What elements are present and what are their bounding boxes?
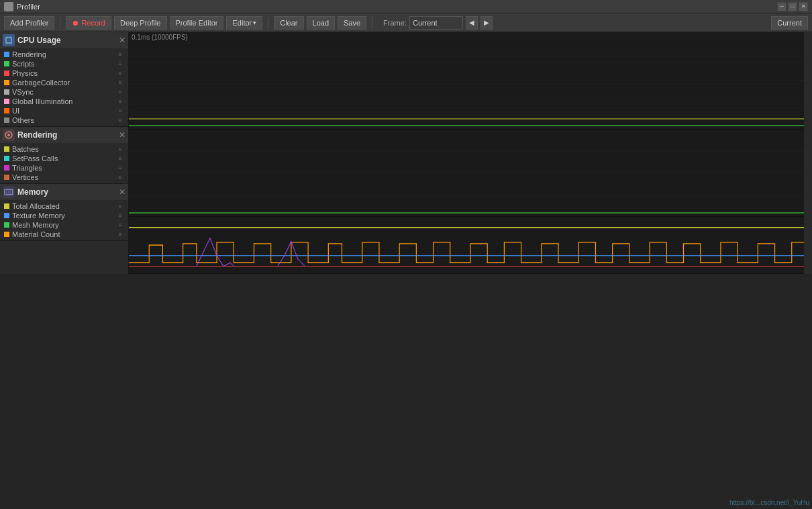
list-item: Global Illumination ≡ <box>3 97 125 106</box>
title-bar-controls: ─ □ ✕ <box>777 2 808 11</box>
list-item: Triangles ≡ <box>3 163 125 173</box>
others-label: Others <box>12 116 113 124</box>
memory-icon <box>3 186 15 198</box>
gi-menu[interactable]: ≡ <box>116 97 124 105</box>
left-panel: CPU Usage ✕ Rendering ≡ Scripts ≡ Physic… <box>0 32 129 274</box>
others-menu[interactable]: ≡ <box>116 116 124 124</box>
list-item: UI ≡ <box>3 106 125 115</box>
memory-section-header[interactable]: Memory ✕ <box>0 184 128 200</box>
list-item: Batches ≡ <box>3 144 125 154</box>
svg-point-6 <box>7 134 10 136</box>
toolbar: Add Profiler ⏺ Record Deep Profile Profi… <box>0 13 812 32</box>
rendering-section: Rendering ✕ Batches ≡ SetPass Calls ≡ Tr… <box>0 127 128 184</box>
rendering-title: Rendering <box>17 130 57 140</box>
gc-menu[interactable]: ≡ <box>116 79 124 87</box>
material-count-label: Material Count <box>12 230 113 238</box>
clear-btn[interactable]: Clear <box>274 16 303 30</box>
others-color <box>4 118 9 123</box>
chart-scrollbar[interactable] <box>804 32 812 274</box>
memory-close-btn[interactable]: ✕ <box>119 187 125 197</box>
vsync-menu[interactable]: ≡ <box>116 88 124 96</box>
rendering-close-btn[interactable]: ✕ <box>119 130 125 140</box>
batches-color <box>4 146 9 152</box>
texture-mem-menu[interactable]: ≡ <box>116 212 124 220</box>
triangles-color <box>4 165 9 171</box>
maximize-btn[interactable]: □ <box>788 2 797 11</box>
rendering-chart[interactable] <box>129 130 812 217</box>
list-item: Scripts ≡ <box>3 59 125 68</box>
rendering-icon <box>3 129 15 141</box>
list-item: Vertices ≡ <box>3 173 125 182</box>
memory-items: Total Allocated ≡ Texture Memory ≡ Mesh … <box>0 200 128 240</box>
scripts-color <box>4 61 9 66</box>
editor-btn[interactable]: Editor ▾ <box>226 16 262 30</box>
cpu-icon <box>3 34 15 46</box>
ui-color <box>4 108 9 113</box>
prev-frame-btn[interactable]: ◀ <box>466 16 478 30</box>
total-alloc-label: Total Allocated <box>12 202 113 210</box>
list-item: SetPass Calls ≡ <box>3 154 125 163</box>
vsync-color <box>4 89 9 95</box>
svg-rect-11 <box>129 32 812 129</box>
minimize-btn[interactable]: ─ <box>777 2 786 11</box>
memory-chart[interactable] <box>129 217 812 274</box>
save-btn[interactable]: Save <box>338 16 366 30</box>
main-area: CPU Usage ✕ Rendering ≡ Scripts ≡ Physic… <box>0 32 812 274</box>
gi-color <box>4 99 9 104</box>
material-count-menu[interactable]: ≡ <box>116 230 124 238</box>
memory-title: Memory <box>17 187 48 197</box>
rendering-items: Batches ≡ SetPass Calls ≡ Triangles ≡ Ve… <box>0 143 128 183</box>
close-btn[interactable]: ✕ <box>799 2 808 11</box>
triangles-menu[interactable]: ≡ <box>116 164 124 172</box>
deep-profile-btn[interactable]: Deep Profile <box>114 16 167 30</box>
batches-label: Batches <box>12 145 113 153</box>
rendering-section-header[interactable]: Rendering ✕ <box>0 127 128 143</box>
list-item: Mesh Memory ≡ <box>3 220 125 230</box>
separator-2 <box>268 17 268 29</box>
profile-editor-btn[interactable]: Profile Editor <box>170 16 224 30</box>
mesh-mem-menu[interactable]: ≡ <box>116 221 124 229</box>
frame-input[interactable] <box>409 16 463 30</box>
add-profiler-btn[interactable]: Add Profiler <box>4 16 54 30</box>
list-item: Others ≡ <box>3 115 125 125</box>
list-item: VSync ≡ <box>3 87 125 97</box>
scripts-label: Scripts <box>12 60 113 68</box>
current-btn[interactable]: Current <box>771 16 808 30</box>
rendering-color <box>4 52 9 57</box>
cpu-chart[interactable]: 0.1ms (10000FPS) <box>129 32 812 130</box>
list-item: Physics ≡ <box>3 68 125 78</box>
record-btn[interactable]: ⏺ Record <box>66 16 111 30</box>
setpass-label: SetPass Calls <box>12 154 113 163</box>
setpass-menu[interactable]: ≡ <box>116 154 124 163</box>
vertices-label: Vertices <box>12 173 113 181</box>
title-bar-text: Profiler <box>17 3 777 11</box>
watermark: https://bl...csdn.net/i_YuHu <box>729 499 809 506</box>
gc-color <box>4 80 9 85</box>
physics-menu[interactable]: ≡ <box>116 69 124 77</box>
cpu-close-btn[interactable]: ✕ <box>119 36 125 45</box>
toolbar-right: Current <box>771 16 808 30</box>
title-bar: Profiler ─ □ ✕ <box>0 0 812 13</box>
separator-1 <box>60 17 60 29</box>
next-frame-btn[interactable]: ▶ <box>480 16 493 30</box>
frame-label: Frame: <box>383 19 407 27</box>
ui-menu[interactable]: ≡ <box>116 107 124 115</box>
physics-color <box>4 71 9 76</box>
cpu-title: CPU Usage <box>17 36 61 45</box>
mesh-mem-color <box>4 222 9 228</box>
material-count-color <box>4 232 9 237</box>
rendering-label: Rendering <box>12 50 113 58</box>
list-item: Material Count ≡ <box>3 230 125 239</box>
cpu-section-header[interactable]: CPU Usage ✕ <box>0 32 128 48</box>
vertices-menu[interactable]: ≡ <box>116 173 124 181</box>
total-alloc-menu[interactable]: ≡ <box>116 202 124 210</box>
fps-label: 0.1ms (10000FPS) <box>132 34 188 41</box>
list-item: Texture Memory ≡ <box>3 211 125 220</box>
chart-area: 0.1ms (10000FPS) <box>129 32 812 274</box>
memory-section: Memory ✕ Total Allocated ≡ Texture Memor… <box>0 184 128 241</box>
scripts-menu[interactable]: ≡ <box>116 60 124 68</box>
batches-menu[interactable]: ≡ <box>116 145 124 153</box>
rendering-menu[interactable]: ≡ <box>116 50 124 58</box>
load-btn[interactable]: Load <box>307 16 335 30</box>
vertices-color <box>4 175 9 180</box>
